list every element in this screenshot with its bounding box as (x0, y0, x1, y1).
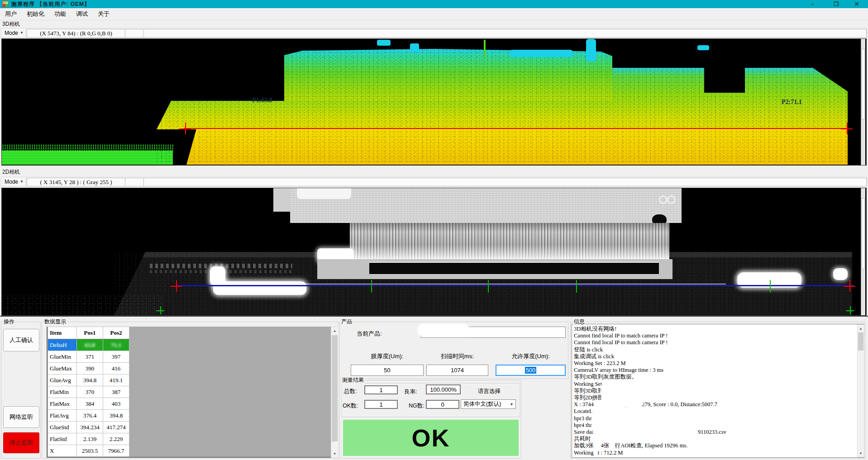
table-header-row: Item Pos1 Pos2 (48, 327, 129, 339)
camera2d-mode-button[interactable]: Mode ▼ (2, 178, 26, 185)
menu-about[interactable]: 关于 (93, 8, 114, 20)
table-row[interactable]: DeltaH 63.8 71.1 (48, 339, 129, 351)
ng-count-label: NG数: (409, 402, 424, 410)
log-line: 等到3D取到灰度图数据。 (574, 374, 862, 380)
film-thickness-field[interactable]: 50 (351, 365, 424, 376)
app-window: 测厚程序 【当前用户: OEM】 – ❐ ✕ 用户 初始化 功能 调试 关于 3… (0, 0, 868, 460)
p1-measurement-tag: P1:63.8 (252, 97, 272, 104)
redaction-smear (418, 325, 469, 336)
info-log-scrollbar[interactable]: ▲ ▼ (857, 324, 864, 457)
camera2d-pixel-status: ( X 3145, Y 28 ) : ( Gray 255 ) (27, 178, 125, 186)
camera-3d-image[interactable]: P1:63.8 P2:71.1 (1, 38, 867, 166)
camera3d-mode-button[interactable]: Mode ▼ (2, 29, 26, 37)
yield-field: 100.000% (426, 384, 461, 394)
menu-function[interactable]: 功能 (49, 8, 71, 20)
table-row[interactable]: FlatAvg376.4394.8 (48, 410, 129, 422)
scroll-up-icon[interactable]: ▲ (331, 327, 338, 334)
close-button[interactable]: ✕ (850, 0, 863, 8)
ng-count-value: 0 (441, 401, 444, 408)
table-row[interactable]: FlatMin370387 (48, 386, 129, 398)
language-value: 简体中文(默认) (463, 400, 501, 408)
menu-init[interactable]: 初始化 (22, 8, 49, 20)
chevron-down-icon: ▼ (20, 180, 24, 184)
crosshair-red-right-2d (844, 280, 855, 292)
crosshair-green-left (156, 306, 164, 314)
yield-label: 良率: (404, 388, 417, 396)
table-row[interactable]: GlueMax390416 (48, 363, 129, 375)
menu-user[interactable]: 用户 (0, 8, 22, 20)
table-row[interactable]: GlueMin371397 (48, 351, 129, 363)
network-listen-button[interactable]: 网络监听 (3, 406, 39, 428)
maximize-button[interactable]: ❐ (830, 0, 843, 8)
cyan-fragment (410, 43, 419, 52)
manual-confirm-button[interactable]: 人工确认 (3, 329, 39, 351)
chevron-down-icon: ▼ (20, 31, 24, 35)
log-line: CameraLV array to HImage time : 3 ms (574, 367, 862, 374)
camera-2d-image[interactable] (1, 188, 867, 316)
stop-listen-button[interactable]: 停止监听 (3, 432, 39, 453)
camera2d-toolbar: Mode ▼ ( X 3145, Y 28 ) : ( Gray 255 ) (1, 177, 867, 186)
redaction-smear (602, 382, 643, 407)
data-grid-scrollbar[interactable]: ▲ ▼ (331, 327, 339, 458)
cyan-fragment (377, 40, 391, 46)
green-spike (484, 40, 486, 58)
green-tick (371, 280, 372, 293)
log-line: 3D相机没有网络! (574, 326, 862, 332)
heightmap-green-band (2, 151, 173, 165)
log-line: 共耗时 (574, 436, 862, 442)
connector-pins-shading (350, 223, 669, 259)
redaction-smear (615, 409, 733, 417)
camera2d-status-cell3 (143, 178, 867, 186)
product-group-label: 产品 (340, 318, 353, 326)
camera2d-label: 2D相机 (2, 168, 20, 176)
col-item: Item (48, 327, 77, 339)
col-pos2: Pos2 (103, 327, 129, 339)
minimize-button[interactable]: – (806, 0, 819, 8)
scroll-down-icon[interactable]: ▼ (858, 450, 864, 457)
crosshair-green-right (846, 306, 854, 314)
table-row[interactable]: GlueStd394.234417.274 (48, 422, 129, 433)
log-line: Working t : 712.2 M (574, 450, 862, 456)
current-product-label: 当前产品: (357, 330, 382, 338)
data-display-group-label: 数据显示 (43, 318, 67, 326)
divider (0, 316, 868, 317)
camera2d-mode-label: Mode (5, 179, 18, 185)
scroll-up-icon[interactable]: ▲ (858, 325, 864, 332)
table-row[interactable]: FlatMax384403 (48, 398, 129, 410)
cyan-fragment (510, 50, 573, 57)
measurement-line-2d (176, 285, 854, 286)
scan-time-field[interactable]: 1074 (426, 365, 488, 376)
pcb-left-step (273, 188, 291, 212)
results-group-label: 测量结果 (341, 376, 365, 384)
camera3d-status-cell2 (125, 29, 144, 38)
camera2d-scrollbar[interactable] (861, 188, 865, 315)
scan-time-value: 1074 (451, 367, 464, 374)
menu-debug[interactable]: 调试 (71, 8, 93, 20)
menu-bar: 用户 初始化 功能 调试 关于 (0, 8, 868, 20)
pcb-white-tab (297, 188, 351, 199)
chevron-down-icon: ▼ (510, 402, 514, 407)
operation-group-label: 操作 (3, 318, 15, 326)
camera3d-status-cell3 (143, 29, 867, 38)
green-tick (488, 280, 489, 293)
title-bar: 测厚程序 【当前用户: OEM】 – ❐ ✕ (0, 0, 868, 8)
allowed-thickness-field[interactable]: 500 (496, 365, 566, 376)
log-line: 集成调试 is click (574, 353, 862, 360)
camera3d-mode-label: Mode (5, 30, 18, 36)
app-icon (2, 1, 9, 7)
ok-count-field: 1 (364, 400, 398, 409)
crosshair-red-left-2d (170, 280, 182, 292)
result-status-indicator: OK (343, 420, 519, 456)
data-grid[interactable]: Item Pos1 Pos2 DeltaH 63.8 71.1 GlueMin3… (47, 327, 331, 458)
connector-slot (369, 262, 659, 275)
table-row[interactable]: GlueAvg394.8419.1 (48, 375, 129, 386)
crosshair-red-right-3d (841, 123, 853, 134)
table-row[interactable]: FlatStd2.1392.229 (48, 433, 129, 445)
language-combobox[interactable]: 简体中文(默认) ▼ (461, 399, 516, 409)
table-row[interactable]: X2503.57966.7 (48, 445, 129, 457)
heightmap-green-band-fringe (2, 144, 174, 151)
ok-count-value: 1 (379, 401, 382, 408)
col-pos1: Pos1 (77, 327, 103, 339)
scroll-down-icon[interactable]: ▼ (331, 450, 338, 457)
camera3d-scrollbar[interactable] (861, 39, 865, 165)
